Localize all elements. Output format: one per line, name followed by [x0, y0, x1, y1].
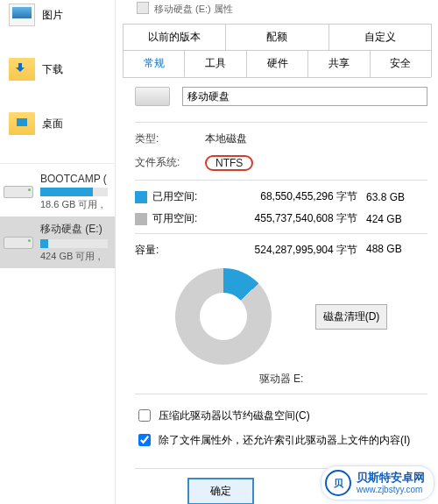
- watermark-title: 贝斯特安卓网: [357, 472, 425, 484]
- pictures-icon: [9, 4, 35, 26]
- drive-item-removable[interactable]: 移动硬盘 (E:) 424 GB 可用 ,: [0, 217, 115, 268]
- usage-donut-chart: [175, 268, 272, 365]
- drive-usage-bar: [40, 188, 108, 196]
- free-bytes: 455,737,540,608 字节: [223, 211, 366, 226]
- sidebar-item-desktop[interactable]: 桌面: [0, 109, 115, 138]
- drive-name: BOOTCAMP (: [40, 173, 108, 185]
- desktop-icon: [9, 112, 35, 135]
- watermark-url: www.zjbstyy.com: [357, 485, 425, 494]
- tab-general[interactable]: 常规: [123, 50, 185, 77]
- tab-tools[interactable]: 工具: [184, 50, 246, 77]
- used-label: 已用空间:: [152, 189, 223, 204]
- free-label: 可用空间:: [152, 211, 223, 226]
- divider: [135, 180, 427, 181]
- drive-item-bootcamp[interactable]: BOOTCAMP ( 18.6 GB 可用 ,: [0, 167, 115, 217]
- drive-usage-bar: [40, 239, 108, 248]
- compress-checkbox-row[interactable]: 压缩此驱动器以节约磁盘空间(C): [135, 407, 427, 424]
- watermark-badge: 贝 贝斯特安卓网 www.zjbstyy.com: [321, 465, 434, 500]
- sidebar-item-pictures[interactable]: 图片: [0, 0, 115, 30]
- used-bytes: 68,550,455,296 字节: [223, 189, 366, 204]
- capacity-human: 488 GB: [366, 243, 427, 258]
- sidebar-label: 图片: [42, 8, 63, 23]
- free-human: 424 GB: [366, 213, 427, 225]
- watermark-logo-icon: 贝: [325, 470, 351, 496]
- compress-label: 压缩此驱动器以节约磁盘空间(C): [159, 408, 310, 423]
- explorer-left-pane: 图片 下载 桌面 BOOTCAMP ( 18.6 GB 可用 , 移动硬盘 (E…: [0, 0, 116, 504]
- disk-cleanup-button[interactable]: 磁盘清理(D): [315, 304, 388, 330]
- ok-button[interactable]: 确定: [187, 478, 254, 504]
- sidebar-label: 桌面: [42, 117, 63, 131]
- capacity-label: 容量:: [135, 243, 223, 258]
- drive-letter-label: 驱动器 E:: [259, 373, 304, 385]
- dialog-title: 移动硬盘 (E:) 属性: [116, 0, 438, 20]
- index-checkbox-row[interactable]: 除了文件属性外，还允许索引此驱动器上文件的内容(I): [135, 431, 427, 449]
- used-swatch-icon: [135, 191, 147, 203]
- tab-security[interactable]: 安全: [370, 50, 432, 77]
- drive-free-text: 18.6 GB 可用 ,: [40, 198, 108, 211]
- index-label: 除了文件属性外，还允许索引此驱动器上文件的内容(I): [159, 433, 410, 448]
- divider: [0, 163, 115, 164]
- tab-previous-versions[interactable]: 以前的版本: [123, 24, 226, 50]
- tab-customize[interactable]: 自定义: [328, 24, 432, 50]
- divider: [135, 122, 427, 123]
- sidebar-label: 下载: [42, 62, 63, 77]
- tab-quota[interactable]: 配额: [225, 24, 328, 50]
- properties-dialog: 移动硬盘 (E:) 属性 以前的版本 配额 自定义 常规 工具 硬件 共享 安全…: [116, 0, 438, 504]
- tab-strip: 以前的版本 配额 自定义 常规 工具 硬件 共享 安全: [123, 24, 431, 78]
- divider: [135, 233, 427, 234]
- downloads-icon: [9, 58, 35, 81]
- type-label: 类型:: [135, 131, 205, 146]
- index-checkbox[interactable]: [138, 434, 151, 446]
- disk-name-input[interactable]: [182, 87, 427, 106]
- drive-icon: [4, 186, 33, 198]
- type-value: 本地磁盘: [205, 131, 427, 146]
- filesystem-value: NTFS: [205, 155, 253, 171]
- tab-hardware[interactable]: 硬件: [246, 50, 308, 77]
- sidebar-item-downloads[interactable]: 下载: [0, 54, 115, 84]
- drive-free-text: 424 GB 可用 ,: [40, 250, 108, 263]
- used-human: 63.8 GB: [366, 191, 427, 203]
- filesystem-label: 文件系统:: [135, 155, 205, 171]
- drive-icon: [4, 237, 33, 249]
- free-swatch-icon: [135, 213, 147, 225]
- capacity-bytes: 524,287,995,904 字节: [223, 243, 366, 258]
- drive-name: 移动硬盘 (E:): [40, 222, 108, 237]
- disk-large-icon: [135, 87, 170, 106]
- divider: [135, 394, 427, 394]
- compress-checkbox[interactable]: [138, 409, 151, 422]
- tab-sharing[interactable]: 共享: [307, 50, 370, 77]
